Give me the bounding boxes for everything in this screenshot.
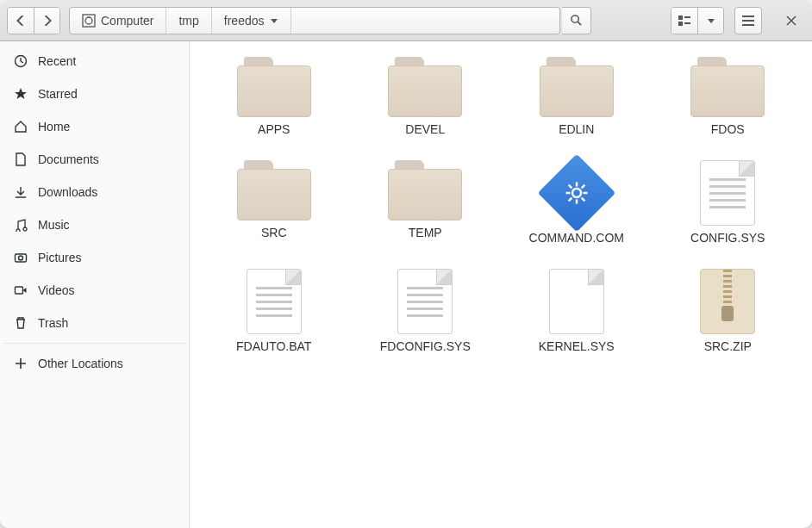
sidebar-item-recent[interactable]: Recent xyxy=(0,45,189,78)
main-body: Recent Starred Home Documents Downloads … xyxy=(0,41,812,528)
svg-rect-4 xyxy=(678,16,683,20)
path-label: Computer xyxy=(101,14,153,28)
file-item[interactable]: DEVEL xyxy=(350,57,502,136)
svg-line-24 xyxy=(568,198,572,202)
trash-icon xyxy=(14,316,28,330)
sidebar-item-home[interactable]: Home xyxy=(0,110,189,143)
file-label: SRC.ZIP xyxy=(704,339,752,353)
icon-view-button[interactable] xyxy=(671,8,697,34)
svg-line-22 xyxy=(568,185,572,189)
file-item[interactable]: FDCONFIG.SYS xyxy=(350,269,502,353)
sidebar-item-downloads[interactable]: Downloads xyxy=(0,176,189,208)
sidebar-item-documents[interactable]: Documents xyxy=(0,143,189,176)
folder-icon xyxy=(237,57,311,117)
sidebar-item-other-locations[interactable]: Other Locations xyxy=(0,347,189,380)
file-manager-window: Computer tmp freedos xyxy=(0,0,812,528)
file-item[interactable]: SRC.ZIP xyxy=(653,269,804,353)
sidebar-item-label: Starred xyxy=(38,87,78,101)
svg-rect-0 xyxy=(83,15,95,27)
close-button[interactable] xyxy=(778,7,805,34)
file-item[interactable]: CONFIG.SYS xyxy=(653,160,804,245)
file-item[interactable]: COMMAND.COM xyxy=(501,160,653,245)
content-pane[interactable]: APPSDEVELEDLINFDOSSRCTEMPCOMMAND.COMCONF… xyxy=(190,41,812,528)
sidebar-item-label: Trash xyxy=(38,316,68,330)
close-icon xyxy=(786,16,796,26)
path-freedos[interactable]: freedos xyxy=(212,8,291,34)
file-label: CONFIG.SYS xyxy=(690,231,765,245)
folder-icon xyxy=(540,57,614,117)
sidebar-item-label: Home xyxy=(38,120,70,134)
forward-button[interactable] xyxy=(34,8,59,34)
file-label: FDCONFIG.SYS xyxy=(380,339,471,353)
path-computer[interactable]: Computer xyxy=(70,8,166,34)
file-item[interactable]: KERNEL.SYS xyxy=(501,269,653,353)
svg-rect-9 xyxy=(742,20,754,22)
nav-buttons xyxy=(7,7,60,34)
clock-icon xyxy=(14,54,28,68)
grid-view-icon xyxy=(678,16,690,26)
hamburger-menu-button[interactable] xyxy=(734,7,762,34)
file-label: APPS xyxy=(258,122,290,136)
path-tmp[interactable]: tmp xyxy=(166,8,211,34)
svg-line-23 xyxy=(581,198,584,202)
folder-icon xyxy=(388,57,462,117)
file-label: DEVEL xyxy=(405,122,445,136)
disk-icon xyxy=(82,14,96,28)
path-spacer xyxy=(291,8,559,34)
sidebar-item-videos[interactable]: Videos xyxy=(0,274,189,307)
file-label: FDAUTO.BAT xyxy=(236,339,311,353)
file-label: SRC xyxy=(261,226,287,239)
back-button[interactable] xyxy=(8,8,34,34)
file-item[interactable]: FDOS xyxy=(653,57,804,136)
titlebar: Computer tmp freedos xyxy=(0,0,812,41)
plus-icon xyxy=(14,357,28,370)
svg-point-15 xyxy=(19,256,23,260)
file-item[interactable]: FDAUTO.BAT xyxy=(198,269,350,353)
file-label: KERNEL.SYS xyxy=(539,339,615,353)
sidebar-item-label: Other Locations xyxy=(38,357,123,370)
sidebar-item-label: Pictures xyxy=(38,251,82,264)
hamburger-icon xyxy=(742,16,754,26)
home-icon xyxy=(14,120,28,134)
text-file-icon xyxy=(247,269,302,334)
camera-icon xyxy=(14,251,28,264)
sidebar-item-starred[interactable]: Starred xyxy=(0,78,189,110)
search-button[interactable] xyxy=(562,7,591,34)
svg-line-25 xyxy=(581,185,584,189)
triangle-down-icon xyxy=(270,16,278,25)
sidebar: Recent Starred Home Documents Downloads … xyxy=(0,41,190,528)
download-icon xyxy=(14,185,28,199)
svg-point-17 xyxy=(572,189,581,197)
file-item[interactable]: APPS xyxy=(198,57,350,136)
triangle-down-icon xyxy=(707,16,715,25)
svg-rect-5 xyxy=(678,22,683,26)
svg-line-3 xyxy=(578,22,581,25)
svg-point-1 xyxy=(85,17,92,24)
sidebar-item-pictures[interactable]: Pictures xyxy=(0,241,189,274)
sidebar-item-label: Documents xyxy=(38,152,99,166)
file-icon xyxy=(549,269,604,334)
sidebar-item-music[interactable]: Music xyxy=(0,208,189,241)
file-label: COMMAND.COM xyxy=(529,231,624,245)
folder-icon xyxy=(237,160,311,221)
svg-rect-8 xyxy=(742,16,754,17)
document-icon xyxy=(14,152,28,166)
music-icon xyxy=(14,218,28,232)
sidebar-item-trash[interactable]: Trash xyxy=(0,307,189,339)
folder-icon xyxy=(690,57,765,117)
svg-rect-10 xyxy=(742,24,754,26)
view-dropdown-button[interactable] xyxy=(697,8,723,34)
view-buttons xyxy=(671,7,724,34)
sidebar-item-label: Downloads xyxy=(38,185,97,199)
file-label: EDLIN xyxy=(559,122,594,136)
sidebar-item-label: Music xyxy=(38,218,70,232)
svg-point-2 xyxy=(572,16,578,22)
file-item[interactable]: EDLIN xyxy=(501,57,653,136)
sidebar-item-label: Videos xyxy=(38,283,75,297)
file-item[interactable]: TEMP xyxy=(350,160,502,245)
folder-icon xyxy=(388,160,462,221)
file-item[interactable]: SRC xyxy=(198,160,350,245)
star-icon xyxy=(14,87,28,101)
file-label: TEMP xyxy=(409,226,442,239)
sidebar-separator xyxy=(3,343,185,344)
